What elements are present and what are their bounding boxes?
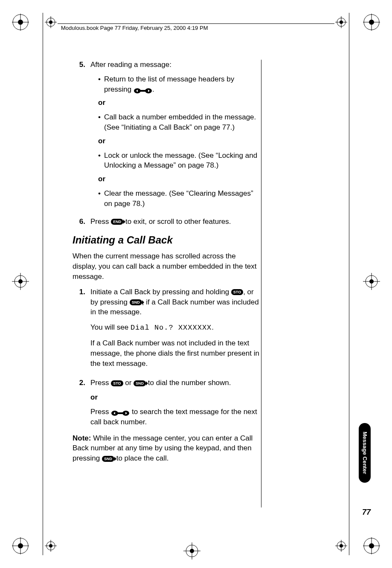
step-number: 1. xyxy=(73,287,85,374)
sto-key-icon: STO xyxy=(231,289,243,295)
snd-key-icon: SND xyxy=(134,380,146,386)
crop-mark-icon xyxy=(183,542,200,559)
step-text: Initiate a Call Back by pressing and hol… xyxy=(90,287,260,317)
frame-line xyxy=(43,13,43,555)
svg-rect-46 xyxy=(137,90,148,92)
or-separator: or xyxy=(98,136,260,146)
bullet-icon: • xyxy=(98,151,104,171)
lcd-text: Dial No.? XXXXXXX xyxy=(131,324,212,332)
header-text: Modulous.book Page 77 Friday, February 2… xyxy=(61,25,208,31)
step-number: 2. xyxy=(73,378,85,427)
crop-mark-icon xyxy=(12,273,29,290)
bullet-text: Clear the message. (See “Clearing Messag… xyxy=(104,188,260,209)
crop-mark-icon xyxy=(45,16,57,28)
or-separator: or xyxy=(90,392,260,403)
page-number: 77 xyxy=(362,508,371,517)
note-paragraph: Note: While in the message center, you c… xyxy=(73,433,260,464)
bullet-text: Return to the list of message headers by… xyxy=(104,74,260,95)
crop-mark-icon xyxy=(363,537,380,554)
crop-mark-icon xyxy=(12,14,29,31)
frame-line xyxy=(349,13,349,555)
step-number: 6. xyxy=(73,217,85,227)
step-text: After reading a message: xyxy=(90,60,260,70)
note-label: Note: xyxy=(73,434,93,442)
crop-mark-icon xyxy=(45,540,57,552)
snd-key-icon: SND xyxy=(130,299,142,305)
step-text: Press to search the text message for the… xyxy=(90,407,260,427)
header-rule xyxy=(58,23,334,24)
or-separator: or xyxy=(98,174,260,184)
scroll-key-icon xyxy=(111,409,130,415)
sto-key-icon: STO xyxy=(111,380,123,386)
paragraph: When the current message has scrolled ac… xyxy=(73,251,260,281)
bullet-text: Call back a number embedded in the messa… xyxy=(104,112,260,133)
section-tab: Message Center xyxy=(359,423,371,483)
svg-rect-51 xyxy=(115,412,126,414)
crop-mark-icon xyxy=(335,16,347,28)
column-rule xyxy=(261,60,261,507)
crop-mark-icon xyxy=(12,537,29,554)
step-number: 5. xyxy=(73,60,85,212)
crop-mark-icon xyxy=(363,273,380,290)
end-key-icon: END xyxy=(111,219,123,225)
section-heading: Initiating a Call Back xyxy=(73,234,260,246)
bullet-icon: • xyxy=(98,188,104,209)
snd-key-icon: SND xyxy=(102,456,114,462)
step-text: If a Call Back number was not included i… xyxy=(90,338,260,368)
or-separator: or xyxy=(98,98,260,108)
bullet-text: Lock or unlock the message. (See “Lockin… xyxy=(104,151,260,171)
step-text: You will see Dial No.? XXXXXXX. xyxy=(90,322,260,333)
crop-mark-icon xyxy=(363,14,380,31)
scroll-key-icon xyxy=(134,87,152,93)
step-text: Press STO or SND to dial the number show… xyxy=(90,378,260,388)
bullet-icon: • xyxy=(98,74,104,95)
crop-mark-icon xyxy=(335,540,347,552)
step-text: Press END to exit, or scroll to other fe… xyxy=(90,217,260,227)
bullet-icon: • xyxy=(98,112,104,133)
